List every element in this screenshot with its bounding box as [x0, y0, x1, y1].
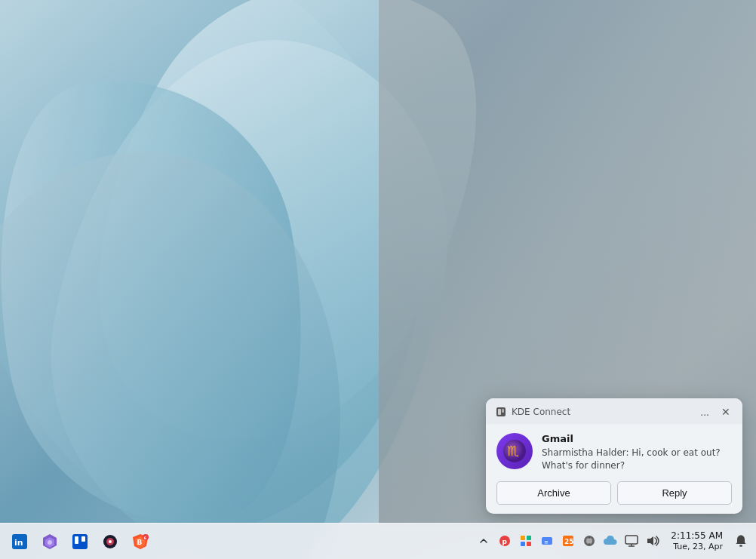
toast-header-right: ... ✕	[697, 404, 733, 419]
toast-more-options-button[interactable]: ...	[697, 404, 712, 419]
clock-time: 2:11:55 AM	[671, 530, 723, 542]
svg-rect-26	[527, 542, 531, 546]
toast-body: ♏ Gmail Sharmistha Halder: Hi, cook or e…	[486, 424, 742, 481]
notification-bell-button[interactable]	[732, 532, 750, 550]
svg-marker-38	[647, 536, 653, 545]
svg-point-9	[48, 540, 52, 545]
svg-rect-12	[81, 536, 85, 542]
avatar: ♏	[496, 433, 533, 469]
svg-text:in: in	[14, 538, 23, 548]
svg-text:6: 6	[144, 535, 147, 539]
taskbar-icon-linkedin[interactable]: in	[6, 528, 33, 555]
avatar-inner: ♏	[496, 433, 533, 469]
archive-button[interactable]: Archive	[496, 481, 611, 505]
tray-icon-2[interactable]	[517, 532, 535, 550]
toast-actions: Archive Reply	[486, 481, 742, 514]
svg-text:p: p	[502, 538, 508, 545]
toast-title: Gmail	[542, 433, 732, 444]
tray-icon-display[interactable]	[622, 532, 641, 550]
taskbar-left: in	[6, 528, 154, 555]
tray-icon-volume[interactable]	[644, 532, 662, 550]
svg-rect-2	[502, 409, 504, 413]
toast-header-left: KDE Connect	[495, 406, 570, 418]
taskbar-right: p ≡ 25	[475, 529, 750, 554]
system-tray: p ≡ 25	[475, 532, 662, 550]
svg-point-15	[109, 540, 112, 543]
svg-rect-24	[527, 536, 531, 540]
toast-header: KDE Connect ... ✕	[486, 398, 742, 424]
taskbar-icon-obsidian[interactable]	[36, 528, 63, 555]
tray-chevron-up[interactable]	[475, 532, 493, 550]
tray-icon-5[interactable]	[580, 532, 598, 550]
kde-connect-icon	[495, 406, 507, 418]
svg-point-32	[586, 538, 592, 544]
toast-content: Gmail Sharmistha Halder: Hi, cook or eat…	[542, 433, 732, 472]
tray-icon-3[interactable]: ≡	[538, 532, 556, 550]
toast-close-button[interactable]: ✕	[718, 404, 733, 419]
svg-rect-25	[521, 542, 525, 546]
svg-point-39	[739, 545, 742, 547]
tray-icon-cloud[interactable]	[601, 532, 619, 550]
svg-rect-11	[75, 536, 78, 544]
svg-rect-1	[498, 409, 501, 415]
clock[interactable]: 2:11:55 AM Tue, 23, Apr	[666, 529, 727, 554]
svg-text:B: B	[137, 539, 143, 546]
taskbar-icon-app4[interactable]	[97, 528, 124, 555]
clock-date: Tue, 23, Apr	[671, 542, 723, 552]
svg-rect-35	[625, 536, 638, 544]
toast-message: Sharmistha Halder: Hi, cook or eat out? …	[542, 447, 732, 472]
taskbar-icon-brave[interactable]: B 6	[127, 528, 154, 555]
tray-icon-4[interactable]: 25	[559, 532, 577, 550]
svg-text:♏: ♏	[507, 443, 519, 459]
reply-button[interactable]: Reply	[617, 481, 732, 505]
svg-rect-23	[521, 536, 525, 540]
taskbar-icon-trello[interactable]	[66, 528, 94, 555]
taskbar: in	[0, 523, 756, 559]
notification-toast: KDE Connect ... ✕	[486, 398, 742, 514]
svg-text:25: 25	[564, 538, 574, 545]
svg-text:≡: ≡	[544, 539, 549, 545]
toast-app-name: KDE Connect	[512, 407, 570, 417]
tray-icon-1[interactable]: p	[496, 532, 514, 550]
